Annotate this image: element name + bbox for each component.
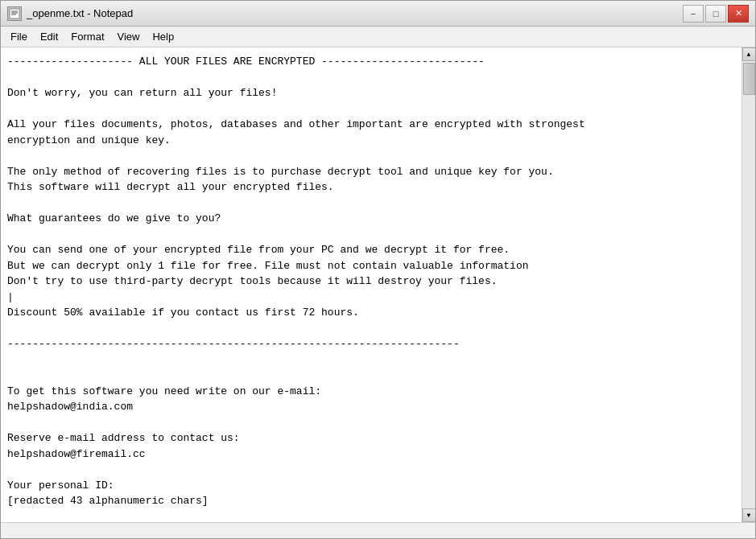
menu-bar: File Edit Format View Help <box>1 27 755 47</box>
menu-view[interactable]: View <box>111 28 147 45</box>
status-bar <box>1 522 755 538</box>
notepad-window: _openme.txt - Notepad − □ ✕ File Edit Fo… <box>0 0 756 539</box>
window-title: _openme.txt - Notepad <box>27 7 133 19</box>
scroll-thumb[interactable] <box>743 63 755 95</box>
scroll-down-button[interactable]: ▼ <box>742 508 756 522</box>
menu-help[interactable]: Help <box>146 28 180 45</box>
scroll-up-button[interactable]: ▲ <box>742 47 756 61</box>
vertical-scrollbar: ▲ ▼ <box>742 47 755 522</box>
restore-button[interactable]: □ <box>705 5 726 23</box>
menu-format[interactable]: Format <box>64 28 110 45</box>
text-editor[interactable] <box>1 47 742 522</box>
title-bar: _openme.txt - Notepad − □ ✕ <box>1 1 755 27</box>
content-area: ▲ ▼ <box>1 47 755 522</box>
minimize-button[interactable]: − <box>683 5 704 23</box>
close-button[interactable]: ✕ <box>728 5 749 23</box>
window-controls: − □ ✕ <box>683 5 749 23</box>
scroll-track[interactable] <box>742 61 755 508</box>
menu-file[interactable]: File <box>4 28 34 45</box>
svg-rect-0 <box>10 9 19 19</box>
app-icon <box>7 6 22 21</box>
menu-edit[interactable]: Edit <box>34 28 64 45</box>
title-bar-left: _openme.txt - Notepad <box>7 6 133 21</box>
